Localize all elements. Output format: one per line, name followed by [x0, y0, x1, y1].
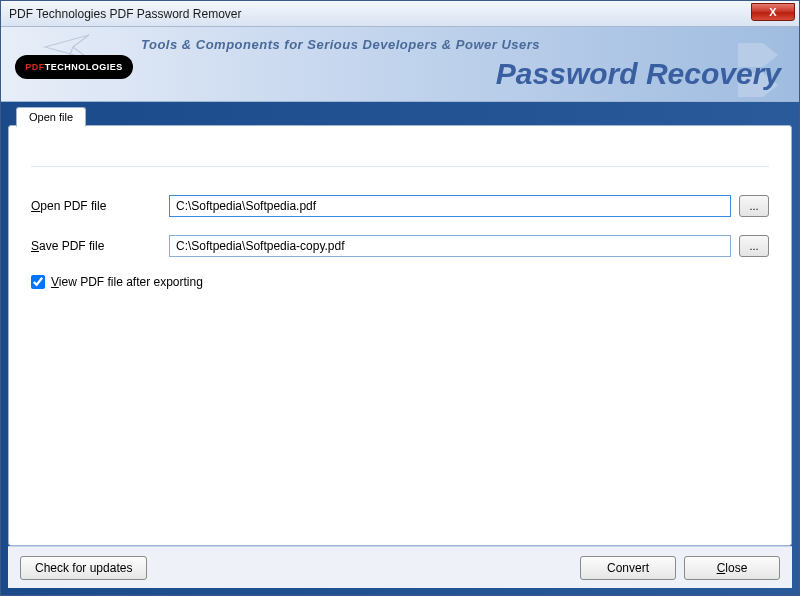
banner-title: Password Recovery [496, 57, 781, 91]
content-area: Open file Open PDF file ... Save PDF fil… [1, 102, 799, 595]
banner: PDF TECHNOLOGIES Tools & Components for … [1, 27, 799, 102]
banner-tagline: Tools & Components for Serious Developer… [141, 37, 540, 52]
tab-panel: Open file Open PDF file ... Save PDF fil… [8, 125, 792, 546]
titlebar[interactable]: PDF Technologies PDF Password Remover X [1, 1, 799, 27]
open-pdf-label: Open PDF file [31, 199, 169, 213]
view-after-export-label: View PDF file after exporting [51, 275, 203, 289]
open-pdf-row: Open PDF file ... [31, 195, 769, 217]
close-icon: X [769, 6, 776, 18]
open-pdf-browse-button[interactable]: ... [739, 195, 769, 217]
button-label: Check for updates [35, 561, 132, 575]
tab-open-file[interactable]: Open file [16, 107, 86, 127]
save-pdf-row: Save PDF file ... [31, 235, 769, 257]
brand-logo-text-2: TECHNOLOGIES [45, 62, 123, 72]
open-pdf-input[interactable] [169, 195, 731, 217]
save-pdf-input[interactable] [169, 235, 731, 257]
save-pdf-browse-button[interactable]: ... [739, 235, 769, 257]
footer: Check for updates Convert Close [8, 546, 792, 588]
view-after-export-checkbox[interactable] [31, 275, 45, 289]
save-pdf-label: Save PDF file [31, 239, 169, 253]
view-after-export-row: View PDF file after exporting [31, 275, 769, 289]
divider [31, 166, 769, 167]
window-title: PDF Technologies PDF Password Remover [5, 7, 242, 21]
window-close-button[interactable]: X [751, 3, 795, 21]
convert-button[interactable]: Convert [580, 556, 676, 580]
button-label: Close [717, 561, 748, 575]
close-button[interactable]: Close [684, 556, 780, 580]
ellipsis-icon: ... [749, 200, 758, 212]
tab-label: Open file [29, 111, 73, 123]
button-label: Convert [607, 561, 649, 575]
check-updates-button[interactable]: Check for updates [20, 556, 147, 580]
ellipsis-icon: ... [749, 240, 758, 252]
brand-logo-text-1: PDF [25, 62, 45, 72]
app-window: PDF Technologies PDF Password Remover X … [0, 0, 800, 596]
brand-logo: PDF TECHNOLOGIES [15, 55, 133, 79]
